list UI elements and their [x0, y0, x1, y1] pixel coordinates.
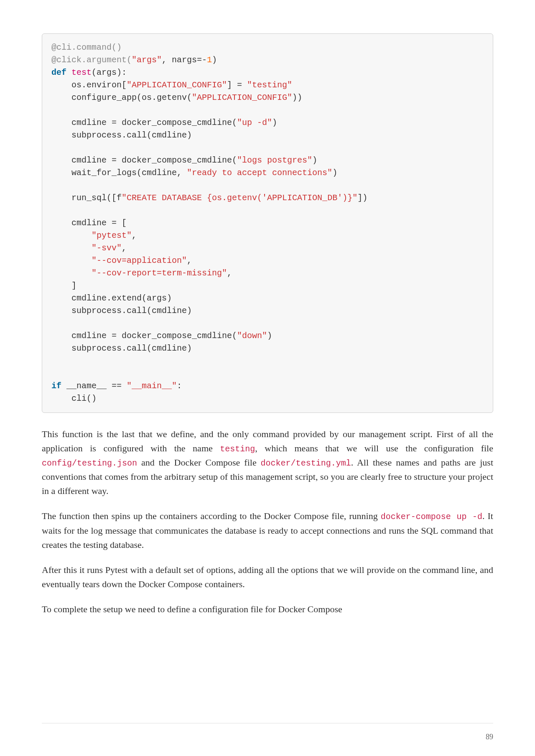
prose-text: , which means that we will use the confi… [255, 443, 493, 453]
prose-text: The function then spins up the container… [42, 511, 381, 521]
code-text: , [132, 231, 137, 240]
paragraph-3: After this it runs Pytest with a default… [42, 563, 493, 591]
code-fstring-expr: {os.getenv('APPLICATION_DB')} [207, 193, 352, 203]
code-string: "logs postgres" [237, 155, 312, 165]
code-string: "down" [237, 331, 267, 341]
code-text: __name__ == [61, 381, 127, 391]
code-string: "pytest" [92, 231, 132, 240]
code-text: wait_for_logs(cmdline, [51, 168, 187, 178]
code-string: "APPLICATION_CONFIG" [192, 93, 292, 102]
code-string: "__main__" [127, 381, 177, 391]
page-number: 89 [486, 733, 493, 741]
code-string: "--cov-report=term-missing" [92, 268, 227, 278]
code-text: (args): [92, 68, 127, 77]
code-text: cmdline = docker_compose_cmdline( [51, 331, 237, 341]
prose-text: and the Docker Compose file [137, 457, 261, 468]
code-text: cmdline.extend(args) [51, 293, 172, 303]
code-text: ] [51, 281, 76, 290]
paragraph-2: The function then spins up the container… [42, 509, 493, 552]
code-text: ]) [357, 193, 367, 203]
inline-code-testing: testing [220, 444, 255, 454]
code-text: subprocess.call(cmdline) [51, 130, 192, 140]
code-text: os.environ[ [51, 80, 127, 90]
code-text: , [227, 268, 232, 278]
code-keyword: def [51, 68, 71, 77]
code-text: cli() [51, 394, 97, 403]
inline-code-docker-path: docker/testing.yml [261, 458, 351, 468]
code-text: configure_app(os.getenv( [51, 93, 192, 102]
code-string: "APPLICATION_CONFIG" [127, 80, 227, 90]
prose-text: To complete the setup we need to define … [42, 604, 342, 614]
code-funcname: test [71, 68, 92, 77]
code-string: "ready to accept connections" [187, 168, 332, 178]
code-text: ) [267, 331, 272, 341]
code-string: "CREATE DATABASE [122, 193, 207, 203]
paragraph-4: To complete the setup we need to define … [42, 602, 493, 616]
code-text: run_sql([f [51, 193, 122, 203]
prose-text: After this it runs Pytest with a default… [42, 565, 493, 589]
code-text [51, 243, 92, 253]
code-string: " [352, 193, 357, 203]
inline-code-config-path: config/testing.json [42, 458, 137, 468]
code-text [51, 268, 92, 278]
code-keyword: if [51, 381, 61, 391]
code-text: )) [292, 93, 302, 102]
code-text: cmdline = docker_compose_cmdline( [51, 118, 237, 127]
page: @cli.command() @click.argument("args", n… [0, 0, 535, 756]
code-text: ) [212, 55, 217, 65]
code-text: cmdline = docker_compose_cmdline( [51, 155, 237, 165]
code-text: cmdline = [ [51, 218, 127, 228]
inline-code-docker-compose-up: docker-compose up -d [381, 512, 482, 522]
code-text [51, 256, 92, 265]
code-text: : [177, 381, 182, 391]
code-decorator: @cli.command() [51, 43, 122, 52]
code-text: , [187, 256, 192, 265]
code-text: ) [272, 118, 277, 127]
code-string: "testing" [247, 80, 292, 90]
code-text: subprocess.call(cmdline) [51, 306, 192, 316]
code-block-python: @cli.command() @click.argument("args", n… [42, 33, 493, 413]
code-number: 1 [207, 55, 212, 65]
code-string: "-svv" [92, 243, 122, 253]
paragraph-1: This function is the last that we define… [42, 427, 493, 498]
code-decorator: @click.argument( [51, 55, 132, 65]
code-string: "--cov=application" [92, 256, 187, 265]
code-text: subprocess.call(cmdline) [51, 344, 192, 353]
code-text: ) [312, 155, 317, 165]
code-text: , nargs=- [162, 55, 207, 65]
code-string: "up -d" [237, 118, 272, 127]
footer-rule [42, 723, 493, 723]
code-text [51, 231, 92, 240]
code-text: , [122, 243, 127, 253]
code-string: "args" [132, 55, 162, 65]
code-text: ] = [227, 80, 247, 90]
code-text: ) [332, 168, 337, 178]
